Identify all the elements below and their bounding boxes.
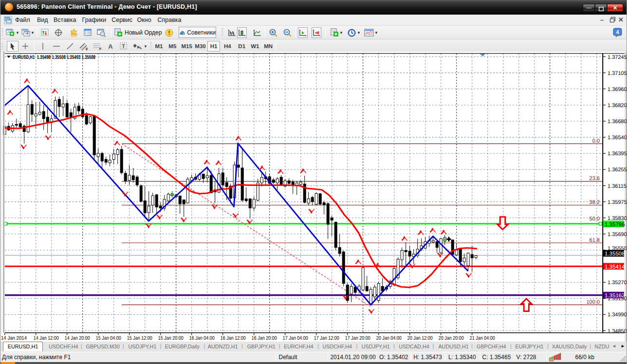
svg-text:1.35270: 1.35270: [608, 280, 627, 286]
svg-text:1.36820: 1.36820: [608, 103, 627, 109]
svg-text:23.6: 23.6: [590, 176, 600, 182]
svg-text:1.37245: 1.37245: [608, 55, 627, 60]
svg-text:16 Jan 20:00: 16 Jan 20:00: [252, 335, 277, 341]
svg-text:1.35162: 1.35162: [605, 293, 625, 299]
svg-text:50.0: 50.0: [590, 216, 600, 222]
svg-text:100.0: 100.0: [586, 299, 600, 305]
svg-text:0.0: 0.0: [592, 138, 600, 144]
svg-text:1.36115: 1.36115: [608, 183, 627, 189]
svg-text:14 Jan 2014: 14 Jan 2014: [1, 335, 27, 341]
svg-text:1.34990: 1.34990: [608, 312, 627, 318]
svg-text:1.34850: 1.34850: [608, 328, 627, 334]
svg-text:1.35414: 1.35414: [605, 264, 625, 270]
svg-text:15 Jan 04:00: 15 Jan 04:00: [96, 335, 121, 341]
svg-text:38.2: 38.2: [590, 200, 600, 205]
svg-text:F: F: [99, 47, 102, 51]
svg-text:1.35690: 1.35690: [608, 232, 627, 237]
svg-text:E: E: [86, 47, 88, 51]
svg-text:1.35786: 1.35786: [605, 222, 625, 228]
svg-text:1.35975: 1.35975: [608, 200, 627, 205]
svg-text:1.36540: 1.36540: [608, 135, 627, 141]
svg-text:61.8: 61.8: [590, 237, 600, 243]
svg-text:14 Jan 20:00: 14 Jan 20:00: [65, 335, 90, 341]
svg-text:1.36395: 1.36395: [608, 151, 627, 157]
svg-text:20 Jan 20:00: 20 Jan 20:00: [439, 335, 464, 341]
svg-text:20 Jan 04:00: 20 Jan 04:00: [376, 335, 402, 341]
svg-text:17 Jan 04:00: 17 Jan 04:00: [283, 335, 308, 341]
svg-text:1.35508: 1.35508: [605, 251, 625, 257]
svg-text:17 Jan 12:00: 17 Jan 12:00: [314, 335, 339, 341]
svg-text:16 Jan 12:00: 16 Jan 12:00: [221, 335, 246, 341]
svg-text:21 Jan 04:00: 21 Jan 04:00: [470, 335, 495, 341]
svg-text:17 Jan 20:00: 17 Jan 20:00: [345, 335, 370, 341]
svg-text:14 Jan 12:00: 14 Jan 12:00: [34, 335, 59, 341]
svg-text:20 Jan 12:00: 20 Jan 12:00: [407, 335, 433, 341]
svg-text:16 Jan 04:00: 16 Jan 04:00: [189, 335, 215, 341]
svg-text:15 Jan 20:00: 15 Jan 20:00: [158, 335, 184, 341]
svg-text:1.36960: 1.36960: [608, 87, 627, 92]
svg-text:1.37105: 1.37105: [608, 71, 627, 76]
svg-text:1.36255: 1.36255: [608, 167, 627, 173]
svg-text:1.35830: 1.35830: [608, 216, 627, 221]
svg-text:4: 4: [616, 29, 619, 35]
svg-text:EURUSD,H1 1.35498 1.35508 1.3: EURUSD,H1 1.35498 1.35508 1.35493 1.3550…: [13, 55, 95, 60]
svg-text:15 Jan 12:00: 15 Jan 12:00: [127, 335, 152, 341]
svg-text:T: T: [122, 43, 125, 49]
svg-text:1.36680: 1.36680: [608, 119, 627, 125]
